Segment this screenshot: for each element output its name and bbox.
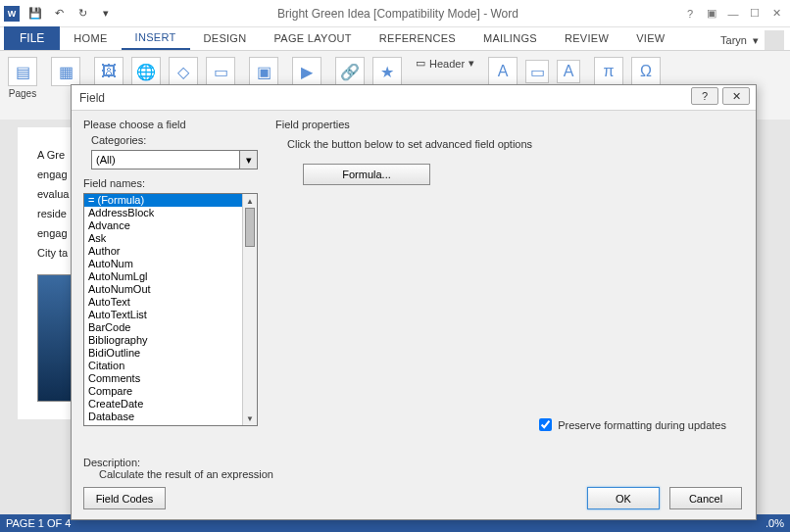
list-item[interactable]: CreateDate bbox=[84, 398, 242, 411]
fieldnames-label: Field names: bbox=[83, 177, 258, 189]
list-item[interactable]: Comments bbox=[84, 372, 242, 385]
tab-view[interactable]: VIEW bbox=[622, 26, 678, 50]
shapes-icon[interactable]: ◇ bbox=[169, 57, 198, 86]
table-icon[interactable]: ▦ bbox=[51, 57, 80, 86]
chevron-down-icon[interactable]: ▾ bbox=[239, 151, 257, 169]
text-box-icon[interactable]: A bbox=[488, 57, 518, 86]
user-name: Taryn bbox=[720, 34, 747, 46]
window-title: Bright Green Idea [Compatibility Mode] -… bbox=[116, 7, 680, 21]
categories-combo[interactable]: ▾ bbox=[91, 150, 258, 169]
ribbon-pages-group[interactable]: ▤ Pages bbox=[8, 57, 37, 99]
scroll-thumb[interactable] bbox=[245, 208, 255, 247]
quick-access-toolbar: 💾 ↶ ↻ ▾ bbox=[25, 4, 116, 24]
description-block: Description: Calculate the result of an … bbox=[83, 457, 273, 480]
formula-button[interactable]: Formula... bbox=[303, 164, 430, 185]
list-item[interactable]: BarCode bbox=[84, 321, 242, 334]
maximize-icon[interactable]: ☐ bbox=[745, 4, 765, 24]
tab-mailings[interactable]: MAILINGS bbox=[469, 26, 551, 50]
description-text: Calculate the result of an expression bbox=[83, 468, 273, 480]
list-item[interactable]: Citation bbox=[84, 360, 242, 372]
pages-icon: ▤ bbox=[8, 57, 37, 86]
scroll-down-icon[interactable]: ▼ bbox=[243, 411, 257, 425]
list-item[interactable]: Advance bbox=[84, 219, 242, 232]
preserve-formatting-row: Preserve formatting during updates bbox=[539, 418, 726, 431]
pages-label: Pages bbox=[9, 88, 36, 99]
list-item[interactable]: Database bbox=[84, 411, 242, 423]
online-pictures-icon[interactable]: 🌐 bbox=[131, 57, 161, 86]
description-label: Description: bbox=[83, 457, 273, 468]
ribbon-options-icon[interactable]: ▣ bbox=[702, 4, 721, 24]
categories-label: Categories: bbox=[91, 134, 258, 146]
list-item[interactable]: Ask bbox=[84, 232, 242, 245]
list-item[interactable]: AddressBlock bbox=[84, 207, 242, 219]
list-item[interactable]: Compare bbox=[84, 385, 242, 398]
avatar bbox=[765, 30, 784, 50]
undo-icon[interactable]: ↶ bbox=[49, 4, 69, 24]
list-item[interactable]: BidiOutline bbox=[84, 347, 242, 360]
minimize-icon[interactable]: — bbox=[723, 4, 743, 24]
fieldnames-listbox[interactable]: = (Formula)AddressBlockAdvanceAskAuthorA… bbox=[83, 193, 258, 426]
smartart-icon[interactable]: ▭ bbox=[206, 57, 235, 86]
ok-button[interactable]: OK bbox=[587, 487, 660, 509]
list-item[interactable]: AutoText bbox=[84, 296, 242, 309]
hyperlink-icon[interactable]: 🔗 bbox=[335, 57, 365, 86]
tab-home[interactable]: HOME bbox=[60, 26, 121, 50]
list-item[interactable]: AutoNumOut bbox=[84, 283, 242, 296]
help-icon[interactable]: ? bbox=[680, 4, 700, 24]
list-item[interactable]: AutoNum bbox=[84, 258, 242, 270]
header-footer-group: ▭ Header ▾ bbox=[416, 57, 474, 70]
zoom-indicator[interactable]: .0% bbox=[765, 517, 784, 529]
dialog-title-bar[interactable]: Field ? ✕ bbox=[72, 85, 756, 111]
dialog-title: Field bbox=[79, 91, 105, 105]
tab-insert[interactable]: INSERT bbox=[122, 26, 190, 50]
page-indicator[interactable]: PAGE 1 OF 4 bbox=[6, 517, 71, 529]
field-codes-button[interactable]: Field Codes bbox=[83, 487, 166, 509]
field-properties-label: Field properties bbox=[275, 119, 744, 130]
dialog-close-icon[interactable]: ✕ bbox=[722, 87, 750, 105]
user-area[interactable]: Taryn ▾ bbox=[720, 30, 790, 50]
list-item[interactable]: Author bbox=[84, 245, 242, 258]
qat-dropdown-icon[interactable]: ▾ bbox=[96, 4, 116, 24]
pictures-icon[interactable]: 🖼 bbox=[94, 57, 123, 86]
wordart-icon[interactable]: A bbox=[557, 60, 580, 83]
symbol-icon[interactable]: Ω bbox=[631, 57, 661, 86]
dialog-help-icon[interactable]: ? bbox=[691, 87, 718, 105]
choose-field-label: Please choose a field bbox=[83, 119, 258, 130]
field-properties-hint: Click the button below to set advanced f… bbox=[287, 138, 744, 150]
header-button[interactable]: ▭ Header ▾ bbox=[416, 57, 474, 70]
tab-design[interactable]: DESIGN bbox=[190, 26, 261, 50]
tab-page-layout[interactable]: PAGE LAYOUT bbox=[260, 26, 365, 50]
tab-references[interactable]: REFERENCES bbox=[366, 26, 469, 50]
online-video-icon[interactable]: ▶ bbox=[292, 57, 321, 86]
word-app-icon: W bbox=[4, 6, 20, 22]
tab-file[interactable]: FILE bbox=[4, 26, 60, 50]
list-item[interactable]: AutoNumLgl bbox=[84, 270, 242, 283]
scroll-up-icon[interactable]: ▲ bbox=[243, 194, 257, 208]
quick-parts-icon[interactable]: ▭ bbox=[525, 60, 549, 83]
bookmark-icon[interactable]: ★ bbox=[372, 57, 402, 86]
preserve-formatting-checkbox[interactable] bbox=[539, 418, 552, 431]
list-item[interactable]: AutoTextList bbox=[84, 309, 242, 321]
redo-icon[interactable]: ↻ bbox=[73, 4, 92, 24]
close-icon[interactable]: ✕ bbox=[766, 4, 786, 24]
equation-icon[interactable]: π bbox=[594, 57, 623, 86]
chevron-down-icon: ▾ bbox=[753, 34, 759, 47]
list-item[interactable]: = (Formula) bbox=[84, 194, 242, 207]
ribbon-tabs: FILE HOME INSERT DESIGN PAGE LAYOUT REFE… bbox=[0, 27, 790, 51]
cancel-button[interactable]: Cancel bbox=[669, 487, 742, 509]
title-bar: W 💾 ↶ ↻ ▾ Bright Green Idea [Compatibili… bbox=[0, 0, 790, 27]
scrollbar[interactable]: ▲ ▼ bbox=[242, 194, 257, 425]
list-item[interactable]: Bibliography bbox=[84, 334, 242, 347]
categories-input[interactable] bbox=[92, 151, 239, 169]
apps-icon[interactable]: ▣ bbox=[249, 57, 278, 86]
window-system-buttons: ? ▣ — ☐ ✕ bbox=[680, 4, 786, 24]
save-icon[interactable]: 💾 bbox=[25, 4, 45, 24]
field-dialog: Field ? ✕ Please choose a field Categori… bbox=[71, 84, 757, 520]
tab-review[interactable]: REVIEW bbox=[551, 26, 622, 50]
preserve-formatting-label: Preserve formatting during updates bbox=[558, 419, 726, 431]
